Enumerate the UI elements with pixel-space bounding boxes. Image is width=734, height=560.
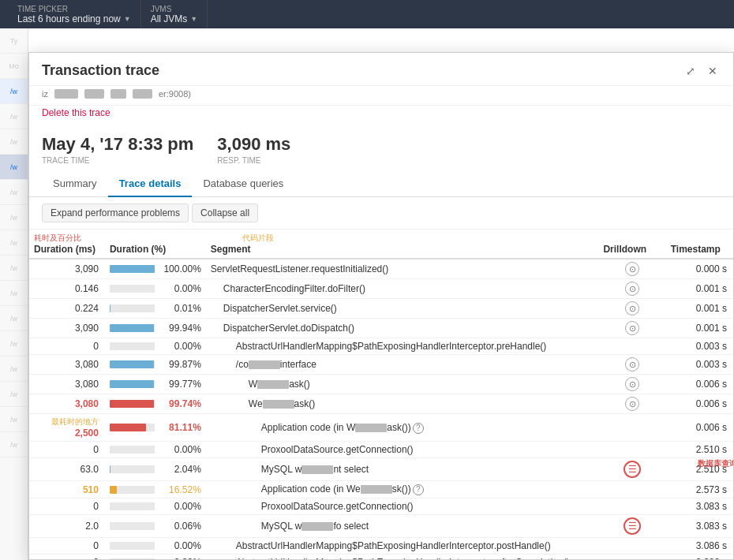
duration-ms-value: 2,500 (75, 427, 99, 439)
table-header-row: 耗时及百分比 Duration (ms) Duration (%) 代码片段 S… (29, 230, 733, 259)
database-icon[interactable]: ☰ (624, 517, 641, 535)
duration-pct-value: 81.11% (158, 422, 201, 433)
table-row: 3,08099.87%/co....interface⊙0.003 s (29, 355, 733, 375)
duration-pct-value: 0.06% (158, 521, 201, 532)
cell-duration-ms: 63.0 (29, 458, 105, 481)
cell-drilldown: ⊙ (598, 259, 665, 279)
cell-drilldown: ⊙ (598, 394, 665, 414)
sidebar-item-17[interactable]: /w (0, 432, 28, 457)
trace-table: 耗时及百分比 Duration (ms) Duration (%) 代码片段 S… (29, 230, 733, 559)
trace-info-bar: iz er:9008) (29, 86, 733, 106)
cell-duration-pct: 2.04% (105, 458, 206, 481)
sidebar-item-4[interactable]: /w (0, 104, 28, 129)
cell-timestamp: 0.001 s (666, 299, 733, 319)
trace-table-body: 3,090100.00%ServletRequestListener.reque… (29, 259, 733, 559)
expand-icon[interactable]: ⤢ (683, 63, 698, 79)
table-row: 3,09099.94%DispatcherServlet.doDispatch(… (29, 319, 733, 338)
sidebar-item-10[interactable]: /w (0, 256, 28, 281)
sidebar-item-8[interactable]: /w (0, 205, 28, 230)
cell-segment: ServletRequestListener.requestInitialize… (206, 259, 599, 279)
duration-pct-value: 0.00% (158, 341, 201, 352)
sidebar-item-13[interactable]: /w (0, 331, 28, 357)
col-header-timestamp: Timestamp (666, 230, 733, 259)
cell-timestamp: 2.510 s (666, 442, 733, 458)
cell-drilldown: ☰ (598, 515, 665, 538)
sidebar-item-6[interactable]: /w (0, 155, 28, 180)
drilldown-icon[interactable]: ⊙ (625, 262, 639, 276)
help-icon[interactable]: ? (413, 484, 424, 495)
table-row: 00.00%ProxoolDataSource.getConnection()3… (29, 498, 733, 515)
sidebar-item-2[interactable]: Mo (0, 54, 28, 79)
cell-duration-pct: 99.94% (105, 319, 206, 338)
cell-segment: AbstractUrlHandlerMapping$PathExposingHa… (206, 338, 599, 355)
close-icon[interactable]: ✕ (705, 63, 721, 79)
col-header-segment: 代码片段 Segment (206, 230, 599, 259)
annotation-overhead: 耗时及百分比 (34, 233, 100, 244)
sidebar-item-9[interactable]: /w (0, 230, 28, 256)
cell-duration-pct: 99.87% (105, 355, 206, 375)
duration-pct-value: 99.74% (158, 398, 201, 409)
trace-table-container[interactable]: 耗时及百分比 Duration (ms) Duration (%) 代码片段 S… (29, 230, 733, 559)
duration-pct-value: 0.00% (158, 283, 201, 294)
tabs-bar: Summary Trace details Database queries (29, 171, 733, 197)
jvms-selector[interactable]: JVMS All JVMs ▼ (141, 0, 208, 28)
segment-text: fo select (333, 521, 369, 532)
cell-drilldown: ⊙ (598, 355, 665, 375)
expand-performance-button[interactable]: Expand performance problems (42, 203, 189, 222)
database-icon[interactable]: ☰ (624, 461, 641, 478)
top-bar: TIME PICKER Last 6 hours ending now ▼ JV… (0, 0, 734, 28)
tab-summary[interactable]: Summary (42, 171, 108, 197)
cell-duration-ms: 0 (29, 554, 105, 560)
cell-drilldown (598, 498, 665, 515)
sidebar-item-3[interactable]: /w (0, 79, 28, 104)
sidebar-item-14[interactable]: /w (0, 357, 28, 382)
drilldown-icon[interactable]: ⊙ (625, 377, 639, 391)
duration-pct-value: 0.00% (158, 444, 201, 455)
col-header-drilldown: Drilldown (598, 230, 665, 259)
duration-ms-value: 3,090 (75, 263, 99, 274)
jvms-arrow-icon: ▼ (190, 15, 197, 23)
segment-text: ask() (294, 398, 316, 409)
drilldown-icon[interactable]: ⊙ (625, 357, 639, 371)
sidebar-item-11[interactable]: /w (0, 281, 28, 306)
sidebar-item-12[interactable]: /w (0, 306, 28, 331)
drilldown-icon[interactable]: ⊙ (625, 282, 639, 296)
sidebar-item-5[interactable]: /w (0, 129, 28, 155)
segment-blurred: .... (301, 522, 333, 531)
drilldown-icon[interactable]: ⊙ (625, 321, 639, 335)
cell-drilldown: ⊙ (598, 319, 665, 338)
help-icon[interactable]: ? (413, 423, 424, 434)
sidebar-item-16[interactable]: /w (0, 407, 28, 432)
drilldown-icon[interactable]: ⊙ (625, 301, 639, 315)
table-row: 00.00%ProxoolDataSource.getConnection()2… (29, 442, 733, 458)
timepicker-selector[interactable]: TIME PICKER Last 6 hours ending now ▼ (8, 0, 141, 28)
segment-blurred: .... (361, 485, 392, 494)
duration-ms-value: 63.0 (81, 464, 99, 475)
duration-ms-value: 3,080 (75, 379, 99, 390)
duration-pct-value: 99.87% (158, 359, 201, 370)
table-row: 00.00%AbstractUrlHandlerMapping$PathExpo… (29, 538, 733, 554)
col-header-duration-ms: 耗时及百分比 Duration (ms) (29, 230, 105, 259)
segment-text: MySQL w (261, 464, 302, 475)
cell-segment: MySQL w....fo select (206, 515, 599, 538)
segment-text: AbstractUrlHandlerMapping$PathExposingHa… (236, 540, 551, 551)
sidebar-item-7[interactable]: /w (0, 180, 28, 205)
sidebar-item-1[interactable]: Ty (0, 28, 28, 54)
drilldown-icon[interactable]: ⊙ (625, 397, 639, 411)
tab-database-queries[interactable]: Database queries (192, 171, 294, 197)
cell-segment: We....ask() (206, 394, 599, 414)
cell-duration-pct: 99.77% (105, 375, 206, 394)
cell-timestamp: 3.086 s (666, 554, 733, 560)
table-row: 3,090100.00%ServletRequestListener.reque… (29, 259, 733, 279)
trace-id-suffix: er:9008) (159, 89, 191, 99)
cell-segment: ProxoolDataSource.getConnection() (206, 442, 599, 458)
timepicker-value: Last 6 hours ending now ▼ (17, 13, 131, 24)
duration-pct-value: 0.00% (158, 501, 201, 512)
sidebar-item-15[interactable]: /w (0, 382, 28, 407)
cell-segment: CharacterEncodingFilter.doFilter() (206, 279, 599, 299)
table-row: 0.2240.01%DispatcherServlet.service()⊙0.… (29, 299, 733, 319)
resp-time-block: 3,090 ms RESP. TIME (217, 134, 290, 165)
tab-trace-details[interactable]: Trace details (108, 171, 193, 197)
delete-trace-button[interactable]: Delete this trace (42, 107, 110, 118)
collapse-all-button[interactable]: Collapse all (192, 203, 258, 222)
